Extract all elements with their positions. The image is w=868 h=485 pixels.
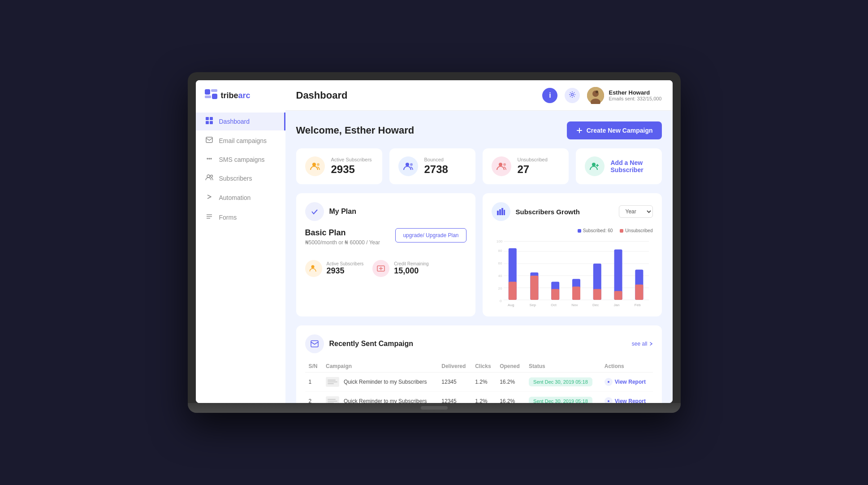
sidebar-item-sms-campaigns[interactable]: SMS campaigns [196, 151, 285, 168]
status-badge: Sent Dec 30, 2019 05:18 [529, 377, 592, 386]
user-name: Esther Howard [609, 89, 661, 96]
row-opened: 16.2% [496, 392, 525, 403]
campaign-thumbnail [326, 377, 339, 387]
row-campaign: Quick Reminder to my Subscribers [322, 372, 438, 392]
upgrade-plan-button[interactable]: upgrade/ Upgrade Plan [395, 228, 466, 242]
view-report-button[interactable]: View Report [605, 378, 649, 386]
svg-rect-8 [206, 137, 212, 143]
row-opened: 16.2% [496, 372, 525, 392]
svg-text:Oct: Oct [551, 303, 557, 307]
plan-stats: Active Subscribers 2935 [305, 260, 466, 277]
row-clicks: 1.2% [471, 372, 496, 392]
col-sn: S/N [305, 360, 323, 372]
plan-name: Basic Plan [305, 228, 380, 238]
main-content: Dashboard i [285, 80, 673, 403]
svg-point-27 [410, 163, 413, 166]
campaigns-icon [305, 334, 324, 353]
svg-text:Dec: Dec [592, 303, 599, 307]
sidebar-item-automation[interactable]: Automation [196, 189, 285, 207]
page-body: Welcome, Esther Howard Create New Campai… [285, 111, 673, 403]
row-delivered: 12345 [438, 392, 471, 403]
svg-rect-3 [212, 94, 217, 99]
plan-credit-value: 15,000 [394, 266, 428, 276]
user-emails-sent: Emails sent: 332/15,000 [609, 96, 661, 101]
info-button[interactable]: i [542, 88, 557, 103]
add-subscriber-icon [585, 156, 605, 176]
col-actions: Actions [601, 360, 653, 372]
sidebar-item-label: Dashboard [219, 118, 250, 125]
dashboard-icon [205, 117, 214, 126]
settings-button[interactable] [565, 88, 580, 103]
bounced-info: Bounced 2738 [424, 157, 448, 176]
svg-point-13 [210, 175, 212, 178]
svg-point-12 [207, 175, 210, 178]
legend-subscribed-dot [578, 229, 581, 233]
chart-period-select[interactable]: Year Month Week [619, 205, 653, 218]
col-status: Status [525, 360, 601, 372]
svg-rect-6 [206, 121, 209, 124]
svg-point-78 [608, 400, 609, 402]
active-subscribers-label: Active Subscribers [331, 157, 372, 162]
active-subscribers-icon [305, 156, 325, 176]
view-report-icon [605, 397, 613, 403]
svg-rect-2 [205, 95, 211, 98]
add-subscriber-card[interactable]: Add a New Subscriber [576, 148, 662, 184]
sidebar-item-label: Email campaigns [219, 137, 267, 144]
row-num: 2 [305, 392, 323, 403]
campaign-name: Quick Reminder to my Subscribers [344, 379, 427, 385]
svg-rect-58 [551, 289, 559, 300]
logo-icon [205, 89, 217, 102]
chart-title: Subscribers Growth [516, 208, 580, 216]
svg-point-28 [499, 163, 502, 166]
see-all-button[interactable]: see all [632, 341, 653, 347]
svg-rect-74 [311, 341, 318, 347]
forms-icon [205, 213, 214, 222]
row-status: Sent Dec 30, 2019 05:18 [525, 372, 601, 392]
chevron-right-icon [649, 342, 653, 346]
see-all-label: see all [632, 341, 648, 347]
svg-text:60: 60 [498, 261, 502, 265]
sidebar-item-dashboard[interactable]: Dashboard [196, 113, 285, 130]
campaigns-table: S/N Campaign Delivered Clicks Opened Sta… [305, 360, 653, 403]
plan-card: My Plan Basic Plan ₦5000/month or ₦ 6000… [296, 193, 475, 316]
plan-icon [305, 202, 324, 221]
view-report-label: View Report [615, 379, 646, 385]
plan-credit-icon [372, 260, 389, 277]
user-info: Esther Howard Emails sent: 332/15,000 [609, 89, 661, 101]
unsubscribed-label: Unsubscribed [518, 157, 548, 162]
plan-price: ₦5000/month or ₦ 60000 / Year [305, 239, 380, 246]
legend-unsubscribed-label: Unsubscribed [625, 228, 652, 233]
middle-row: My Plan Basic Plan ₦5000/month or ₦ 6000… [296, 193, 662, 316]
legend-unsubscribed: Unsubscribed [620, 228, 652, 233]
sidebar-item-forms[interactable]: Forms [196, 208, 285, 226]
info-icon: i [549, 91, 551, 100]
view-report-button[interactable]: View Report [605, 397, 649, 403]
svg-rect-5 [210, 117, 213, 120]
sidebar-item-label: Forms [219, 214, 237, 221]
svg-point-24 [312, 163, 316, 166]
logo-text: tribearc [221, 91, 250, 100]
col-campaign: Campaign [322, 360, 438, 372]
view-report-icon [605, 378, 613, 386]
svg-point-26 [406, 163, 409, 166]
unsubscribed-info: Unsubscribed 27 [518, 157, 548, 176]
sms-icon [205, 156, 214, 164]
chart-area: 0 20 40 60 80 100 [492, 236, 653, 307]
row-actions: View Report [601, 392, 653, 403]
svg-point-9 [207, 158, 208, 159]
campaigns-table-head: S/N Campaign Delivered Clicks Opened Sta… [305, 360, 653, 372]
svg-rect-38 [499, 209, 501, 215]
plan-active-value: 2935 [327, 266, 364, 276]
sidebar-item-email-campaigns[interactable]: Email campaigns [196, 132, 285, 149]
chart-svg: 0 20 40 60 80 100 [492, 236, 653, 307]
svg-rect-23 [577, 130, 582, 131]
svg-text:100: 100 [496, 239, 502, 243]
svg-rect-7 [210, 121, 213, 124]
svg-rect-39 [501, 208, 503, 215]
sidebar-item-subscribers[interactable]: Subscribers [196, 170, 285, 187]
legend-subscribed: Subscribed: 60 [578, 228, 613, 233]
create-campaign-button[interactable]: Create New Campaign [567, 121, 662, 139]
svg-text:20: 20 [498, 286, 502, 290]
col-delivered: Delivered [438, 360, 471, 372]
svg-text:Jan: Jan [613, 303, 619, 307]
